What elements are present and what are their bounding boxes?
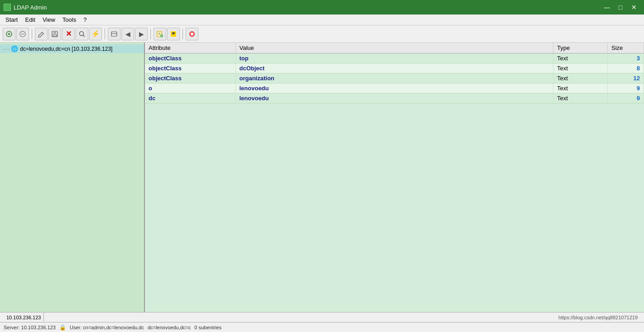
cell-type: Text: [553, 73, 608, 83]
menu-tools[interactable]: Tools: [59, 15, 80, 24]
tree-root-item[interactable]: ···· 🌐 dc=lenovoedu,dc=cn [10.103.236.12…: [0, 44, 144, 53]
minimize-button[interactable]: —: [601, 1, 613, 14]
attributes-table: Attribute Value Type Size objectClass to…: [145, 43, 644, 103]
svg-rect-13: [171, 31, 176, 37]
cell-type: Text: [553, 63, 608, 73]
cell-size: 3: [608, 54, 644, 63]
status-url: https://blog.csdn.net/qq8821071219: [44, 312, 640, 322]
connect-button[interactable]: [3, 28, 15, 40]
menu-edit[interactable]: Edit: [21, 15, 38, 24]
tree-root-label: dc=lenovoedu,dc=cn [10.103.236.123]: [20, 46, 112, 52]
edit-button[interactable]: [35, 28, 48, 40]
disconnect-button[interactable]: [16, 28, 29, 40]
menu-start[interactable]: Start: [2, 15, 21, 24]
table-row[interactable]: o lenovoedu Text 9: [145, 83, 644, 93]
cell-size: 9: [608, 83, 644, 93]
cell-value: dcObject: [235, 63, 553, 73]
table-row[interactable]: dc lenovoedu Text 9: [145, 93, 644, 103]
sep4: [183, 29, 183, 39]
status-bar-bottom: Server: 10.103.236.123 🔒 User: cn=admin,…: [0, 322, 644, 332]
svg-rect-15: [191, 33, 193, 35]
stop-button[interactable]: [186, 28, 198, 40]
status-entries: 0 subentries: [194, 325, 221, 330]
status-server: Server: 10.103.236.123: [4, 325, 56, 330]
table-row[interactable]: objectClass dcObject Text 8: [145, 63, 644, 73]
cell-attribute: o: [145, 83, 235, 93]
delete-button[interactable]: ✕: [62, 28, 75, 40]
menu-bar: Start Edit View Tools ?: [0, 15, 644, 25]
status-bar-top: 10.103.236.123 https://blog.csdn.net/qq8…: [0, 312, 644, 322]
close-button[interactable]: ✕: [628, 1, 640, 14]
title-bar: LDAP Admin — □ ✕: [0, 0, 644, 15]
col-header-size: Size: [608, 43, 644, 54]
cell-type: Text: [553, 54, 608, 63]
sep2: [105, 29, 105, 39]
status-dn: dc=lenovoedu,dc=c: [148, 325, 191, 330]
col-header-value: Value: [235, 43, 553, 54]
forward-button[interactable]: ▶: [135, 28, 148, 40]
table-row[interactable]: objectClass organization Text 12: [145, 73, 644, 83]
refresh-button[interactable]: ⚡: [89, 28, 102, 40]
status-user: User: cn=admin,dc=lenovoedu,dc: [70, 325, 144, 330]
maximize-button[interactable]: □: [614, 1, 627, 14]
tree-dots: ····: [3, 46, 10, 52]
cell-type: Text: [553, 93, 608, 103]
main-content: ···· 🌐 dc=lenovoedu,dc=cn [10.103.236.12…: [0, 43, 644, 312]
svg-rect-3: [53, 31, 56, 34]
cell-attribute: dc: [145, 93, 235, 103]
cell-size: 8: [608, 63, 644, 73]
search-button[interactable]: [76, 28, 88, 40]
cell-attribute: objectClass: [145, 73, 235, 83]
sep1: [32, 29, 32, 39]
cell-size: 9: [608, 93, 644, 103]
svg-rect-7: [111, 32, 117, 36]
cell-attribute: objectClass: [145, 54, 235, 63]
save-button[interactable]: [48, 28, 61, 40]
detail-panel: Attribute Value Type Size objectClass to…: [145, 43, 644, 312]
col-header-attribute: Attribute: [145, 43, 235, 54]
svg-rect-4: [53, 34, 57, 36]
cell-value: lenovoedu: [235, 93, 553, 103]
tree-folder-icon: 🌐: [11, 45, 18, 52]
tree-panel: ···· 🌐 dc=lenovoedu,dc=cn [10.103.236.12…: [0, 43, 145, 312]
app-icon: [4, 4, 11, 11]
window-controls: — □ ✕: [601, 1, 640, 14]
cell-value: top: [235, 54, 553, 63]
toolbar: ✕ ⚡ ◀ ▶: [0, 25, 644, 43]
table-row[interactable]: objectClass top Text 3: [145, 54, 644, 63]
cell-type: Text: [553, 83, 608, 93]
new-entry-button[interactable]: [154, 28, 166, 40]
cell-size: 12: [608, 73, 644, 83]
app-title: LDAP Admin: [14, 4, 47, 11]
menu-help[interactable]: ?: [80, 15, 90, 24]
col-header-type: Type: [553, 43, 608, 54]
back-button[interactable]: ◀: [121, 28, 134, 40]
lock-icon: 🔒: [59, 324, 66, 331]
sep3: [150, 29, 151, 39]
svg-point-5: [80, 31, 84, 35]
cell-value: organization: [235, 73, 553, 83]
svg-line-6: [83, 35, 85, 37]
cell-value: lenovoedu: [235, 83, 553, 93]
menu-view[interactable]: View: [39, 15, 59, 24]
browse-button[interactable]: [108, 28, 120, 40]
cell-attribute: objectClass: [145, 63, 235, 73]
status-ip: 10.103.236.123: [4, 312, 44, 322]
title-bar-left: LDAP Admin: [4, 4, 47, 11]
action-button[interactable]: [167, 28, 180, 40]
